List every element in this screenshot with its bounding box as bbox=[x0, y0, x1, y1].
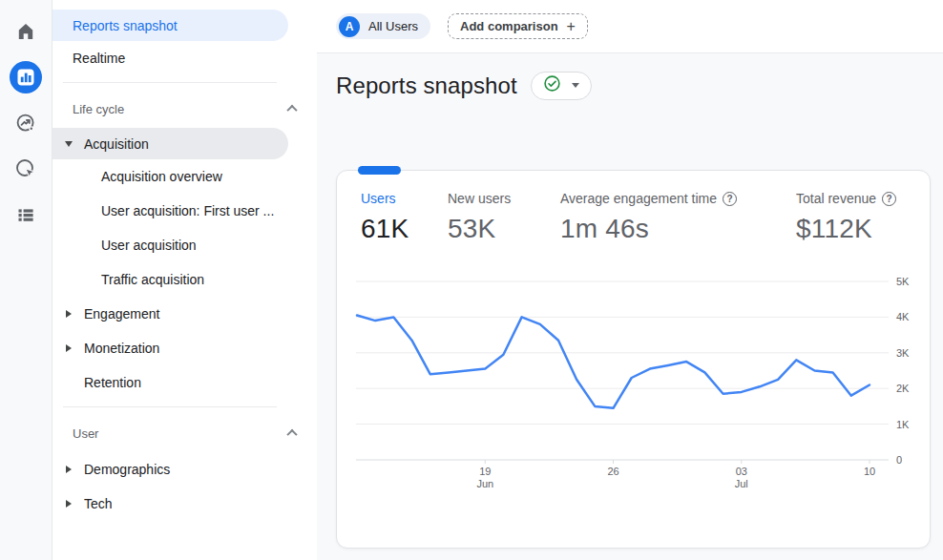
help-icon[interactable]: ? bbox=[723, 192, 737, 206]
section-title: User bbox=[73, 426, 98, 441]
sidebar-item-user-acquisition-first-user[interactable]: User acquisition: First user ... bbox=[52, 194, 317, 228]
sidebar-item-reports-snapshot[interactable]: Reports snapshot bbox=[52, 10, 288, 41]
sidebar-divider bbox=[63, 406, 277, 407]
metric-total-revenue[interactable]: Total revenue ? $112K bbox=[796, 190, 896, 244]
sidebar-item-label: User acquisition bbox=[101, 238, 197, 253]
home-icon bbox=[14, 20, 37, 43]
plus-icon: + bbox=[567, 19, 576, 34]
svg-text:Jul: Jul bbox=[735, 478, 748, 489]
sidebar-item-traffic-acquisition[interactable]: Traffic acquisition bbox=[52, 262, 317, 297]
sidebar-item-label: Reports snapshot bbox=[73, 18, 178, 33]
sidebar-item-acquisition[interactable]: Acquisition bbox=[52, 128, 288, 159]
sidebar-item-tech[interactable]: Tech bbox=[52, 487, 317, 521]
metric-label: New users bbox=[448, 191, 511, 206]
page-title: Reports snapshot bbox=[336, 73, 517, 99]
nav-rail bbox=[0, 0, 52, 560]
bar-chart-icon bbox=[10, 61, 42, 93]
main-area: A All Users Add comparison + Reports sna… bbox=[317, 0, 943, 560]
nav-explore-button[interactable] bbox=[10, 107, 42, 139]
svg-text:2K: 2K bbox=[896, 383, 910, 394]
chevron-up-icon bbox=[286, 429, 297, 440]
reports-snapshot-card: Users 61K New users 53K Average engageme… bbox=[336, 170, 931, 549]
collapsed-arrow-icon bbox=[64, 344, 73, 352]
collapsed-arrow-icon bbox=[64, 500, 73, 508]
active-tab-indicator[interactable] bbox=[358, 166, 401, 175]
sidebar-item-engagement[interactable]: Engagement bbox=[52, 297, 317, 331]
svg-text:5K: 5K bbox=[896, 276, 910, 287]
metric-value: 53K bbox=[448, 214, 511, 244]
sidebar-item-label: Engagement bbox=[84, 306, 159, 321]
sidebar-item-user-acquisition[interactable]: User acquisition bbox=[52, 228, 317, 262]
users-line-chart[interactable]: 5K4K3K2K1K019Jun2603Jul10 bbox=[354, 270, 917, 491]
metric-value: 1m 46s bbox=[560, 214, 737, 244]
report-status-dropdown[interactable] bbox=[531, 72, 592, 100]
caret-down-icon bbox=[572, 83, 579, 88]
expand-arrow-icon bbox=[64, 141, 73, 147]
advertising-icon bbox=[14, 157, 37, 180]
chevron-up-icon bbox=[286, 105, 297, 115]
all-users-chip[interactable]: A All Users bbox=[336, 13, 430, 39]
sidebar-item-label: Acquisition bbox=[84, 136, 149, 152]
sidebar-divider bbox=[63, 82, 277, 83]
metric-label: Users bbox=[361, 191, 396, 206]
report-content: Reports snapshot Users 61K bbox=[317, 53, 943, 560]
sidebar-item-realtime[interactable]: Realtime bbox=[52, 41, 317, 75]
report-nav-sidebar: Reports snapshot Realtime Life cycle Acq… bbox=[52, 0, 317, 560]
check-circle-icon bbox=[543, 74, 561, 96]
metric-users[interactable]: Users 61K bbox=[361, 190, 409, 244]
nav-reports-button[interactable] bbox=[10, 61, 42, 93]
sidebar-item-label: Traffic acquisition bbox=[101, 272, 204, 287]
svg-text:4K: 4K bbox=[896, 311, 910, 322]
svg-text:Jun: Jun bbox=[476, 478, 493, 489]
sidebar-item-label: User acquisition: First user ... bbox=[101, 203, 274, 218]
help-icon[interactable]: ? bbox=[882, 192, 896, 206]
svg-text:03: 03 bbox=[736, 466, 747, 477]
nav-advertising-button[interactable] bbox=[10, 153, 42, 185]
sidebar-section-user[interactable]: User bbox=[52, 414, 317, 452]
sidebar-item-label: Demographics bbox=[84, 462, 170, 477]
sidebar-item-label: Acquisition overview bbox=[101, 169, 222, 184]
svg-text:26: 26 bbox=[607, 466, 618, 477]
sidebar-item-label: Tech bbox=[84, 496, 113, 511]
comparison-bar: A All Users Add comparison + bbox=[317, 0, 943, 53]
sidebar-item-demographics[interactable]: Demographics bbox=[52, 452, 317, 487]
sidebar-item-label: Retention bbox=[84, 375, 141, 390]
svg-text:1K: 1K bbox=[896, 419, 910, 430]
metric-label: Average engagement time bbox=[560, 191, 717, 206]
svg-text:10: 10 bbox=[864, 466, 875, 477]
add-comparison-button[interactable]: Add comparison + bbox=[448, 13, 588, 39]
metric-value: 61K bbox=[361, 214, 409, 244]
metric-avg-engagement-time[interactable]: Average engagement time ? 1m 46s bbox=[560, 190, 737, 244]
sidebar-item-monetization[interactable]: Monetization bbox=[52, 331, 317, 365]
collapsed-arrow-icon bbox=[64, 466, 73, 473]
metric-label: Total revenue bbox=[796, 191, 876, 206]
ga4-app: Reports snapshot Realtime Life cycle Acq… bbox=[0, 0, 943, 560]
sidebar-item-acquisition-overview[interactable]: Acquisition overview bbox=[52, 159, 317, 194]
nav-home-button[interactable] bbox=[10, 15, 42, 48]
metric-new-users[interactable]: New users 53K bbox=[448, 190, 511, 244]
sidebar-item-label: Monetization bbox=[84, 341, 159, 356]
explore-icon bbox=[14, 112, 37, 135]
audience-chip-label: All Users bbox=[368, 19, 418, 33]
svg-text:19: 19 bbox=[479, 466, 491, 477]
audience-avatar: A bbox=[339, 16, 360, 37]
svg-text:0: 0 bbox=[896, 454, 902, 466]
svg-text:3K: 3K bbox=[896, 347, 910, 359]
sidebar-item-retention[interactable]: Retention bbox=[52, 365, 317, 400]
library-icon bbox=[14, 203, 37, 226]
sidebar-section-life-cycle[interactable]: Life cycle bbox=[52, 90, 317, 128]
metric-value: $112K bbox=[796, 214, 896, 244]
sidebar-item-label: Realtime bbox=[73, 51, 125, 66]
collapsed-arrow-icon bbox=[64, 310, 73, 318]
nav-library-button[interactable] bbox=[10, 198, 42, 231]
add-comparison-label: Add comparison bbox=[460, 19, 558, 33]
section-title: Life cycle bbox=[73, 102, 124, 116]
